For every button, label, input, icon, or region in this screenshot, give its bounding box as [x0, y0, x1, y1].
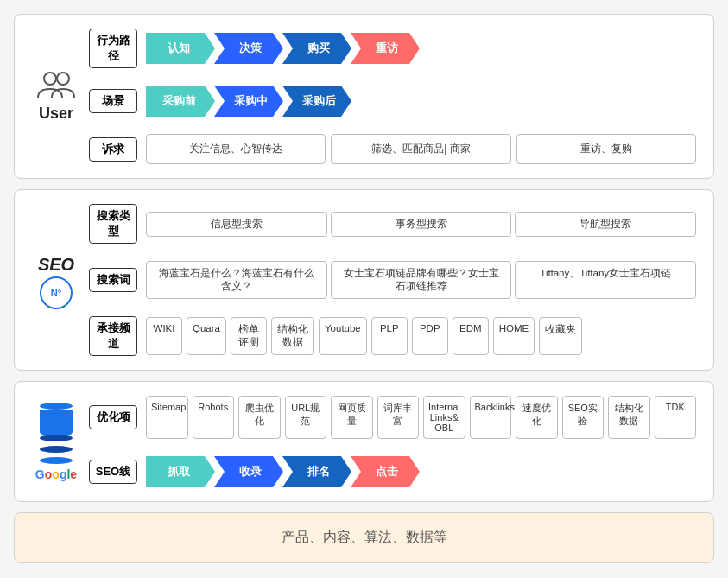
- page-wrapper: User 行为路径 认知 决策 购买 重访 场景 采: [14, 14, 714, 563]
- behavior-arrows: 认知 决策 购买 重访: [146, 33, 696, 64]
- database-icon: [40, 403, 73, 464]
- channel-label: 承接频道: [89, 316, 137, 356]
- arrow-caigouqian: 采购前: [146, 86, 215, 117]
- google-panel: Google 优化项 Sitemap Robots 爬虫优化 URL规范 网页质…: [14, 381, 714, 502]
- opt-speed: 速度优化: [516, 396, 558, 439]
- search-type-1: 信息型搜索: [146, 212, 327, 237]
- opt-struct: 结构化数据: [608, 396, 650, 439]
- arrow-catch: 抓取: [146, 456, 215, 487]
- opt-row: 优化项 Sitemap Robots 爬虫优化 URL规范 网页质量 词库丰富 …: [89, 396, 696, 439]
- opt-seo-exp: SEO实验: [562, 396, 605, 439]
- behavior-label: 行为路径: [89, 29, 137, 68]
- opt-backlinks: Backlinks: [470, 396, 512, 439]
- channel-edm: EDM: [453, 317, 489, 355]
- arrow-rank: 排名: [282, 456, 351, 487]
- scene-row: 场景 采购前 采购中 采购后: [89, 86, 696, 117]
- arrow-chongfang: 重访: [351, 33, 420, 64]
- search-word-boxes: 海蓝宝石是什么？海蓝宝石有什么含义？ 女士宝石项链品牌有哪些？女士宝石项链推荐 …: [146, 261, 696, 299]
- arrow-click: 点击: [351, 456, 420, 487]
- footer-text: 产品、内容、算法、数据等: [282, 530, 447, 544]
- user-icon: [37, 70, 75, 101]
- svg-point-1: [57, 73, 69, 85]
- user-panel: User 行为路径 认知 决策 购买 重访 场景 采: [14, 14, 714, 179]
- seo-main-label: SEO: [38, 255, 74, 275]
- search-word-3: Tiffany、Tiffany女士宝石项链: [515, 261, 696, 299]
- search-word-1: 海蓝宝石是什么？海蓝宝石有什么含义？: [146, 261, 327, 299]
- footer-panel: 产品、内容、算法、数据等: [14, 512, 714, 563]
- seoline-label: SEO线: [89, 460, 137, 484]
- opt-sitemap: Sitemap: [146, 396, 188, 439]
- channel-plp: PLP: [371, 317, 408, 355]
- opt-crawler: 爬虫优化: [238, 396, 281, 439]
- search-type-2: 事务型搜索: [331, 212, 512, 237]
- search-type-3: 导航型搜索: [515, 212, 696, 237]
- search-word-label: 搜索词: [89, 268, 137, 292]
- opt-robots: Robots: [193, 396, 235, 439]
- behavior-row: 行为路径 认知 决策 购买 重访: [89, 29, 696, 68]
- scene-label: 场景: [89, 89, 137, 113]
- channel-wiki: WIKI: [146, 317, 182, 355]
- search-type-label: 搜索类型: [89, 204, 137, 244]
- seo-circle-icon: N°: [40, 276, 73, 309]
- svg-point-0: [44, 73, 56, 85]
- opt-vocab: 词库丰富: [377, 396, 420, 439]
- channel-structured: 结构化 数据: [271, 317, 314, 355]
- arrow-juece: 决策: [214, 33, 283, 64]
- demand-label: 诉求: [89, 137, 137, 162]
- user-rows: 行为路径 认知 决策 购买 重访 场景 采购前 采购中 采购后: [89, 29, 696, 164]
- opt-tdk: TDK: [655, 396, 697, 439]
- opt-internal: Internal Links& OBL: [423, 396, 465, 439]
- demand-box-2: 筛选、匹配商品| 商家: [331, 134, 510, 164]
- channel-home: HOME: [493, 317, 535, 355]
- opt-url: URL规范: [285, 396, 327, 439]
- google-label: Google: [35, 467, 77, 481]
- google-rows: 优化项 Sitemap Robots 爬虫优化 URL规范 网页质量 词库丰富 …: [89, 396, 696, 487]
- opt-boxes: Sitemap Robots 爬虫优化 URL规范 网页质量 词库丰富 Inte…: [146, 396, 696, 439]
- opt-quality: 网页质量: [331, 396, 373, 439]
- channel-favorites: 收藏夹: [539, 317, 582, 355]
- seoline-arrows: 抓取 收录 排名 点击: [146, 456, 696, 487]
- seoline-row: SEO线 抓取 收录 排名 点击: [89, 456, 696, 487]
- search-type-boxes: 信息型搜索 事务型搜索 导航型搜索: [146, 212, 696, 237]
- channel-quara: Quara: [187, 317, 226, 355]
- user-side: User: [32, 29, 80, 164]
- seo-side: SEO N°: [32, 204, 80, 356]
- search-type-row: 搜索类型 信息型搜索 事务型搜索 导航型搜索: [89, 204, 696, 244]
- opt-label: 优化项: [89, 405, 137, 429]
- seo-panel: SEO N° 搜索类型 信息型搜索 事务型搜索 导航型搜索 搜索词: [14, 189, 714, 371]
- scene-arrows: 采购前 采购中 采购后: [146, 86, 696, 117]
- demand-row: 诉求 关注信息、心智传达 筛选、匹配商品| 商家 重访、复购: [89, 134, 696, 164]
- user-label: User: [39, 105, 73, 123]
- arrow-goumai: 购买: [282, 33, 351, 64]
- channel-list: 榜单 评测: [231, 317, 267, 355]
- search-word-2: 女士宝石项链品牌有哪些？女士宝石项链推荐: [331, 261, 512, 299]
- channel-boxes: WIKI Quara 榜单 评测 结构化 数据 Youtube PLP PDP …: [146, 317, 696, 355]
- channel-youtube: Youtube: [319, 317, 367, 355]
- demand-boxes: 关注信息、心智传达 筛选、匹配商品| 商家 重访、复购: [146, 134, 696, 164]
- search-word-row: 搜索词 海蓝宝石是什么？海蓝宝石有什么含义？ 女士宝石项链品牌有哪些？女士宝石项…: [89, 261, 696, 299]
- arrow-caigouhou: 采购后: [282, 86, 351, 117]
- channel-pdp: PDP: [412, 317, 448, 355]
- demand-box-1: 关注信息、心智传达: [146, 134, 326, 164]
- arrow-renzhi: 认知: [146, 33, 215, 64]
- arrow-caigouzhong: 采购中: [214, 86, 283, 117]
- google-side: Google: [32, 396, 80, 487]
- demand-box-3: 重访、复购: [516, 134, 696, 164]
- channel-row: 承接频道 WIKI Quara 榜单 评测 结构化 数据 Youtube PLP…: [89, 316, 696, 356]
- arrow-index: 收录: [214, 456, 283, 487]
- seo-rows: 搜索类型 信息型搜索 事务型搜索 导航型搜索 搜索词 海蓝宝石是什么？海蓝宝石有…: [89, 204, 696, 356]
